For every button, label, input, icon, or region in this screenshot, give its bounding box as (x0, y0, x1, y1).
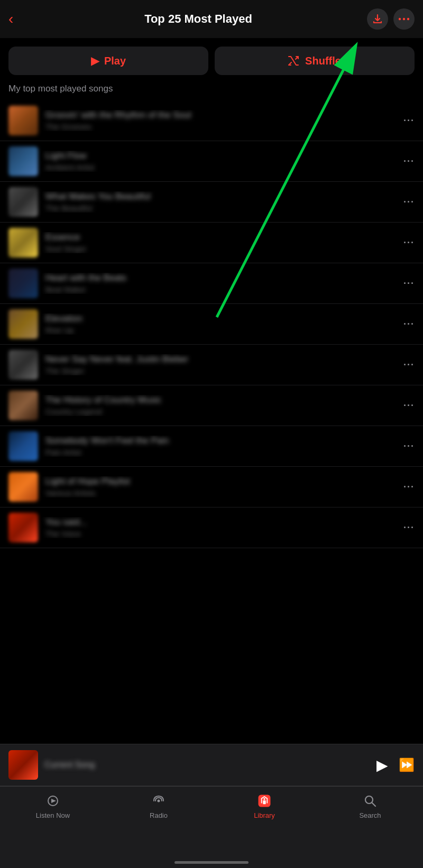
song-info: Light of Hope Playlist Various Artists (38, 476, 399, 497)
song-info: Never Say Never feat. Justin Bieber The … (38, 354, 399, 375)
svg-point-7 (158, 800, 160, 802)
song-artwork (8, 106, 38, 135)
song-title: Heart with the Beats (45, 273, 393, 283)
play-button[interactable]: ▶ Play (8, 47, 208, 75)
song-title: What Makes You Beautiful (45, 191, 393, 202)
shuffle-button[interactable]: Shuffle (215, 47, 415, 75)
song-artist: Rise Up (45, 326, 393, 335)
song-item[interactable]: Heart with the Beats Beat Maker ··· (0, 263, 423, 304)
song-artist: Ambient Artist (45, 163, 393, 172)
song-title: The History of Country Music (45, 395, 393, 405)
song-artist: The Singer (45, 366, 393, 375)
mini-player-title: Current Song (44, 760, 376, 770)
tab-library[interactable]: Library (212, 793, 317, 819)
tab-radio-label: Radio (150, 811, 168, 819)
song-artwork (8, 269, 38, 298)
song-info: The History of Country Music Country Leg… (38, 395, 399, 416)
playlist-subtitle: My top most played songs (0, 79, 423, 100)
mini-player-controls: ▶ ⏩ (376, 756, 415, 774)
tab-radio[interactable]: Radio (106, 793, 212, 819)
song-title: Never Say Never feat. Justin Bieber (45, 354, 393, 365)
search-icon (362, 793, 378, 809)
song-more-button[interactable]: ··· (399, 441, 415, 452)
song-artwork (8, 309, 38, 339)
tab-search-label: Search (359, 811, 381, 819)
song-more-button[interactable]: ··· (399, 156, 415, 167)
tab-search[interactable]: Search (317, 793, 423, 819)
tab-library-label: Library (254, 811, 275, 819)
play-icon: ▶ (91, 54, 99, 67)
song-more-button[interactable]: ··· (399, 319, 415, 330)
song-more-button[interactable]: ··· (399, 359, 415, 371)
svg-rect-9 (263, 800, 265, 804)
song-artist: Soul Singer (45, 244, 393, 253)
song-info: Elevation Rise Up (38, 313, 399, 335)
song-title: Light Flow (45, 151, 393, 161)
song-item[interactable]: What Makes You Beautiful The Beautiful ·… (0, 182, 423, 223)
song-artwork (8, 187, 38, 217)
song-more-button[interactable]: ··· (399, 400, 415, 411)
song-artwork (8, 472, 38, 502)
song-info: Essence Soul Singer (38, 232, 399, 253)
song-artist: Various Artists (45, 488, 393, 497)
song-info: Groovin' with the Rhythm of the Soul The… (38, 110, 399, 131)
svg-point-1 (403, 18, 405, 20)
header-actions (367, 8, 415, 30)
song-artist: Pain Artist (45, 448, 393, 457)
song-item[interactable]: Essence Soul Singer ··· (0, 223, 423, 263)
back-button[interactable]: ‹ (8, 11, 30, 27)
song-item[interactable]: Somebody Won't Feel the Pain Pain Artist… (0, 426, 423, 467)
song-item[interactable]: Light of Hope Playlist Various Artists ·… (0, 467, 423, 507)
song-info: You said... The Voice (38, 517, 399, 538)
radio-icon (151, 793, 167, 809)
song-artwork (8, 350, 38, 380)
song-more-button[interactable]: ··· (399, 115, 415, 126)
song-info: Heart with the Beats Beat Maker (38, 273, 399, 294)
song-artist: The Voice (45, 529, 393, 538)
song-item[interactable]: The History of Country Music Country Leg… (0, 385, 423, 426)
download-button[interactable] (367, 8, 388, 30)
tab-listen-now[interactable]: Listen Now (0, 793, 106, 819)
header: ‹ Top 25 Most Played (0, 0, 423, 38)
song-item[interactable]: Light Flow Ambient Artist ··· (0, 141, 423, 182)
song-info: Somebody Won't Feel the Pain Pain Artist (38, 436, 399, 457)
listen-now-icon (45, 793, 61, 809)
song-title: Light of Hope Playlist (45, 476, 393, 487)
play-label: Play (104, 55, 126, 67)
tab-bar: Listen Now Radio Library (0, 786, 423, 868)
song-more-button[interactable]: ··· (399, 237, 415, 248)
song-artwork (8, 513, 38, 542)
song-info: Light Flow Ambient Artist (38, 151, 399, 172)
song-artist: The Grooves (45, 122, 393, 131)
library-icon (256, 793, 272, 809)
song-item[interactable]: You said... The Voice ··· (0, 507, 423, 548)
more-button[interactable] (393, 8, 415, 30)
song-artist: Beat Maker (45, 285, 393, 294)
mini-player-info: Current Song (38, 760, 376, 770)
song-more-button[interactable]: ··· (399, 197, 415, 208)
svg-point-2 (407, 18, 409, 20)
action-buttons: ▶ Play Shuffle (0, 38, 423, 79)
shuffle-icon (288, 56, 300, 66)
song-artist: Country Legend (45, 407, 393, 416)
shuffle-label: Shuffle (305, 55, 341, 67)
song-title: Somebody Won't Feel the Pain (45, 436, 393, 446)
mini-play-button[interactable]: ▶ (376, 756, 388, 774)
page-title: Top 25 Most Played (30, 12, 367, 26)
song-item[interactable]: Groovin' with the Rhythm of the Soul The… (0, 100, 423, 141)
svg-point-0 (399, 18, 401, 20)
song-more-button[interactable]: ··· (399, 522, 415, 533)
song-more-button[interactable]: ··· (399, 278, 415, 289)
song-artwork (8, 146, 38, 176)
svg-marker-6 (51, 799, 56, 803)
song-artist: The Beautiful (45, 204, 393, 213)
svg-point-10 (263, 798, 265, 800)
song-item[interactable]: Never Say Never feat. Justin Bieber The … (0, 345, 423, 385)
song-title: Elevation (45, 313, 393, 324)
song-item[interactable]: Elevation Rise Up ··· (0, 304, 423, 345)
home-indicator (174, 861, 249, 864)
mini-player-artwork (8, 750, 38, 780)
mini-player[interactable]: Current Song ▶ ⏩ (0, 744, 423, 786)
mini-fastforward-button[interactable]: ⏩ (399, 758, 415, 772)
song-more-button[interactable]: ··· (399, 482, 415, 493)
